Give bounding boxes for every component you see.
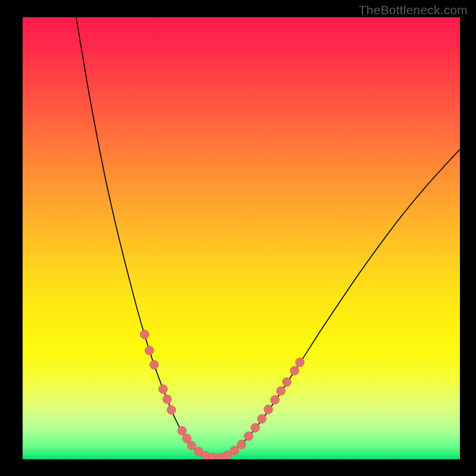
chart-frame: TheBottleneck.com bbox=[0, 0, 476, 476]
curve-dot bbox=[167, 406, 176, 415]
curve-dot bbox=[150, 361, 159, 369]
curve-dot bbox=[237, 440, 246, 449]
curve-dot bbox=[277, 387, 286, 396]
curve-dot bbox=[290, 367, 299, 375]
curve-dot bbox=[159, 385, 168, 394]
curve-dot bbox=[283, 378, 292, 387]
chart-svg bbox=[23, 17, 460, 459]
curve-dot bbox=[264, 405, 273, 414]
curve-dot bbox=[140, 330, 149, 339]
watermark-text: TheBottleneck.com bbox=[359, 3, 468, 17]
curve-dot bbox=[271, 396, 280, 405]
curve-dot bbox=[187, 441, 196, 450]
curve-dot bbox=[163, 395, 172, 404]
curve-dot bbox=[145, 346, 154, 355]
curve-dot bbox=[258, 415, 267, 424]
curve-dot bbox=[296, 358, 305, 367]
bottleneck-curve bbox=[76, 17, 460, 458]
plot-area bbox=[23, 17, 460, 459]
curve-dot bbox=[230, 446, 239, 455]
curve-dot bbox=[178, 427, 187, 436]
curve-dot bbox=[251, 424, 260, 433]
curve-dot bbox=[245, 432, 253, 441]
